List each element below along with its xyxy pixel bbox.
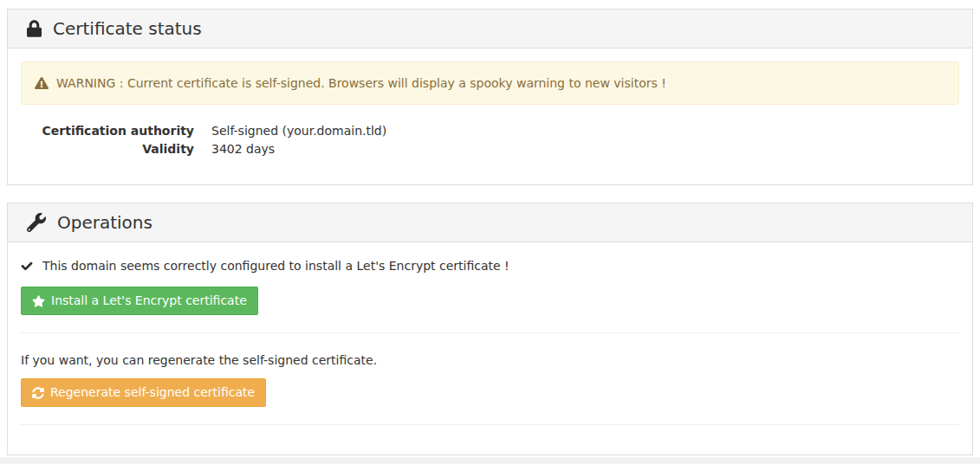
check-icon xyxy=(21,261,33,272)
certificate-status-panel: Certificate status WARNING : Current cer… xyxy=(7,9,973,185)
validity-value: 3402 days xyxy=(211,140,959,158)
regenerate-hint: If you want, you can regenerate the self… xyxy=(21,352,959,368)
star-icon xyxy=(32,295,45,307)
letsencrypt-ready-status: This domain seems correctly configured t… xyxy=(21,257,959,274)
operations-bottom-divider xyxy=(21,424,959,425)
operations-panel: Operations This domain seems correctly c… xyxy=(7,203,973,455)
operations-divider xyxy=(21,332,959,333)
operations-title: Operations xyxy=(57,211,153,234)
certificate-page: Certificate status WARNING : Current cer… xyxy=(0,0,980,457)
operations-body: This domain seems correctly configured t… xyxy=(8,242,972,454)
operations-header: Operations xyxy=(8,203,972,242)
footer-strip xyxy=(0,457,980,464)
validity-label: Validity xyxy=(21,140,194,158)
certificate-status-header: Certificate status xyxy=(8,10,972,48)
regenerate-self-signed-label: Regenerate self-signed certificate xyxy=(50,384,255,401)
warning-triangle-icon xyxy=(35,77,49,89)
certificate-status-body: WARNING : Current certificate is self-si… xyxy=(8,48,972,184)
certification-authority-label: Certification authority xyxy=(21,122,194,140)
certificate-status-title: Certificate status xyxy=(53,17,202,40)
certification-authority-value: Self-signed (your.domain.tld) xyxy=(211,122,959,140)
regenerate-self-signed-button[interactable]: Regenerate self-signed certificate xyxy=(21,378,266,407)
refresh-icon xyxy=(32,387,44,399)
install-letsencrypt-label: Install a Let's Encrypt certificate xyxy=(51,293,247,309)
certificate-info-list: Certification authority Self-signed (you… xyxy=(21,122,959,158)
lock-icon xyxy=(27,20,42,37)
wrench-icon xyxy=(27,213,46,232)
letsencrypt-ready-text: This domain seems correctly configured t… xyxy=(42,257,509,274)
warning-message: WARNING : Current certificate is self-si… xyxy=(56,74,666,92)
install-letsencrypt-button[interactable]: Install a Let's Encrypt certificate xyxy=(21,287,258,315)
self-signed-warning-alert: WARNING : Current certificate is self-si… xyxy=(21,61,959,105)
